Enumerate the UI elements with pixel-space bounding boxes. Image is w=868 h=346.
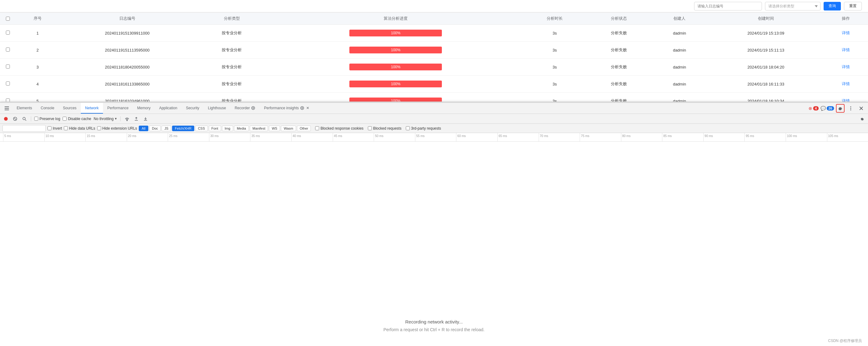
table-row: 3 20240118180420055000 按专业分析 100% 3s 分析失… <box>0 59 868 76</box>
record-button[interactable] <box>2 115 9 122</box>
detail-link[interactable]: 详情 <box>842 31 850 35</box>
wifi-icon-btn[interactable] <box>124 115 130 122</box>
blocked-cookies-checkbox[interactable] <box>315 126 319 130</box>
row-action[interactable]: 详情 <box>824 42 868 59</box>
row-action[interactable]: 详情 <box>824 59 868 76</box>
row-action[interactable]: 详情 <box>824 76 868 93</box>
timeline-tick: 5 ms <box>3 133 44 141</box>
th-checkbox <box>0 13 16 25</box>
hide-extension-urls-checkbox[interactable] <box>97 126 101 130</box>
hide-data-urls-checkbox[interactable] <box>64 126 68 130</box>
row-progress: 100% <box>269 42 523 59</box>
tab-security[interactable]: Security <box>182 103 204 114</box>
filter-btn-wasm[interactable]: Wasm <box>281 126 296 131</box>
row-duration: 3s <box>523 59 587 76</box>
search-button[interactable] <box>21 115 28 122</box>
row-action[interactable]: 详情 <box>824 93 868 102</box>
detail-link[interactable]: 详情 <box>842 48 850 52</box>
filter-btn-ws[interactable]: WS <box>269 126 280 131</box>
row-action[interactable]: 详情 <box>824 25 868 42</box>
throttle-chevron: ▼ <box>114 117 117 120</box>
svg-line-14 <box>14 118 16 120</box>
row-checkbox[interactable] <box>6 64 10 68</box>
row-id: 5 <box>16 93 60 102</box>
tab-memory[interactable]: Memory <box>133 103 155 114</box>
select-all-checkbox[interactable] <box>6 17 10 21</box>
throttle-dropdown[interactable]: No throttling ▼ <box>94 117 118 121</box>
filter-btn-css[interactable]: CSS <box>195 126 208 131</box>
network-settings-button[interactable] <box>859 115 866 122</box>
filter-btn-img[interactable]: Img <box>222 126 233 131</box>
hide-data-urls-label[interactable]: Hide data URLs <box>64 126 95 131</box>
clear-button[interactable] <box>12 115 19 122</box>
row-log-id: 20240119151309911000 <box>60 25 195 42</box>
filter-btn-doc[interactable]: Doc <box>149 126 161 131</box>
row-checkbox-cell <box>0 42 16 59</box>
preserve-log-checkbox[interactable] <box>34 117 38 121</box>
preserve-log-label[interactable]: Preserve log <box>34 117 60 121</box>
timeline-tick: 75 ms <box>580 133 621 141</box>
row-creator: dadmin <box>651 76 708 93</box>
timeline-tick: 90 ms <box>703 133 745 141</box>
third-party-checkbox[interactable] <box>406 126 410 130</box>
filter-btn-media[interactable]: Media <box>234 126 249 131</box>
download-icon-btn[interactable] <box>142 115 149 122</box>
blocked-requests-label[interactable]: Blocked requests <box>368 126 401 131</box>
disable-cache-label[interactable]: Disable cache <box>63 117 91 121</box>
devtools-menu-icon[interactable] <box>2 104 11 113</box>
tab-lighthouse[interactable]: Lighthouse <box>204 103 230 114</box>
hide-extension-urls-label[interactable]: Hide extension URLs <box>97 126 137 131</box>
detail-link[interactable]: 详情 <box>842 98 850 102</box>
timeline-ruler: 5 ms10 ms15 ms20 ms25 ms30 ms35 ms40 ms4… <box>0 133 868 141</box>
tab-recorder[interactable]: Recorder <box>230 103 260 114</box>
row-id: 1 <box>16 25 60 42</box>
network-filter-input[interactable] <box>2 125 45 132</box>
reset-button[interactable]: 重置 <box>844 2 862 10</box>
row-checkbox[interactable] <box>6 31 10 35</box>
tab-application[interactable]: Application <box>155 103 182 114</box>
third-party-label[interactable]: 3rd-party requests <box>406 126 441 131</box>
tab-sources[interactable]: Sources <box>59 103 81 114</box>
more-button[interactable] <box>846 104 855 113</box>
timeline-tick: 50 ms <box>374 133 415 141</box>
search-bar: 请选择分析类型 ▼ 查询 重置 <box>0 0 868 12</box>
row-checkbox-cell <box>0 93 16 102</box>
filter-btn-font[interactable]: Font <box>209 126 221 131</box>
upload-icon-btn[interactable] <box>133 115 140 122</box>
tab-network[interactable]: Network <box>81 103 103 114</box>
analysis-type-select[interactable]: 请选择分析类型 <box>765 2 820 10</box>
filter-btn-js[interactable]: JS <box>162 126 171 131</box>
tab-console[interactable]: Console <box>36 103 59 114</box>
invert-label[interactable]: Invert <box>48 126 62 131</box>
filter-btn-manifest[interactable]: Manifest <box>250 126 268 131</box>
close-performance-insights[interactable]: ✕ <box>306 106 309 110</box>
row-checkbox[interactable] <box>6 98 10 102</box>
th-action: 操作 <box>824 13 868 25</box>
row-checkbox-cell <box>0 76 16 93</box>
row-log-id: 20240119151113595000 <box>60 42 195 59</box>
blocked-cookies-label[interactable]: Blocked response cookies <box>315 126 363 131</box>
detail-link[interactable]: 详情 <box>842 82 850 86</box>
invert-checkbox[interactable] <box>48 126 52 130</box>
filter-btn-other[interactable]: Other <box>297 126 311 131</box>
detail-link[interactable]: 详情 <box>842 64 850 69</box>
tab-performance[interactable]: Performance <box>103 103 133 114</box>
row-duration: 3s <box>523 76 587 93</box>
filter-type-buttons: All Doc JS Fetch/XHR CSS Font Img Media … <box>139 126 311 131</box>
settings-button[interactable] <box>836 104 844 113</box>
row-duration: 3s <box>523 42 587 59</box>
disable-cache-checkbox[interactable] <box>63 117 67 121</box>
timeline-tick: 20 ms <box>127 133 168 141</box>
log-id-input[interactable] <box>694 2 762 10</box>
row-checkbox[interactable] <box>6 48 10 52</box>
tab-performance-insights[interactable]: Performance insights ✕ <box>260 103 314 114</box>
tab-elements[interactable]: Elements <box>12 103 36 114</box>
timeline-tick: 80 ms <box>621 133 662 141</box>
th-create-time: 创建时间 <box>708 13 824 25</box>
filter-btn-fetch-xhr[interactable]: Fetch/XHR <box>172 126 194 131</box>
query-button[interactable]: 查询 <box>824 2 841 10</box>
blocked-requests-checkbox[interactable] <box>368 126 372 130</box>
filter-btn-all[interactable]: All <box>139 126 148 131</box>
row-checkbox[interactable] <box>6 82 10 86</box>
close-devtools-button[interactable] <box>857 104 866 113</box>
